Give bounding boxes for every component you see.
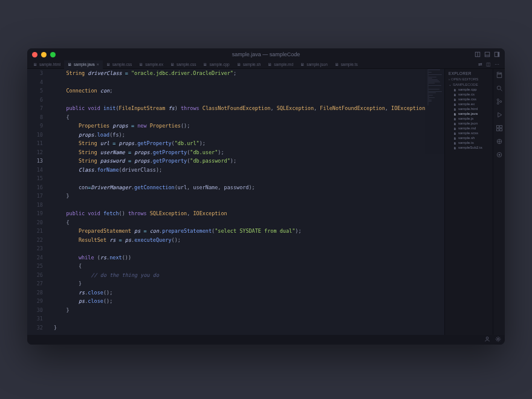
code-line[interactable]: ps.close(); xyxy=(54,297,444,306)
settings-icon[interactable] xyxy=(495,336,501,343)
line-number: 23 xyxy=(27,244,43,253)
explorer-section-folder[interactable]: ⌄ SAMPLECODE xyxy=(445,82,493,87)
line-number: 10 xyxy=(27,131,43,140)
account-icon[interactable] xyxy=(484,336,490,343)
tab-sample-java[interactable]: 🗎sample.java× xyxy=(64,60,103,69)
file-item[interactable]: 🗎sample.sh xyxy=(445,135,493,140)
file-label: sample.html xyxy=(458,107,478,111)
file-label: sample.sh xyxy=(458,136,475,140)
remote-icon[interactable] xyxy=(496,138,503,145)
code-line[interactable]: public void init(FileInputStream fs) thr… xyxy=(54,104,444,113)
file-label: sample.css xyxy=(458,97,476,101)
window-controls xyxy=(32,52,56,57)
tab-label: sample.json xyxy=(307,62,328,66)
search-icon[interactable] xyxy=(496,85,503,92)
explorer-section-open-editors[interactable]: › OPEN EDITORS xyxy=(445,77,493,82)
code-line[interactable]: } xyxy=(54,306,444,315)
code-line[interactable]: rs.close(); xyxy=(54,288,444,297)
file-item[interactable]: 🗎sample.ts xyxy=(445,140,493,145)
code-line[interactable]: // do the thing you do xyxy=(54,271,444,280)
line-number: 14 xyxy=(27,166,43,175)
panel-icon[interactable] xyxy=(484,51,490,57)
tab-bar: 🗎sample.html🗎sample.java×🗎sample.css🗎sam… xyxy=(27,60,505,69)
file-item[interactable]: 🗎sample.java xyxy=(445,111,493,116)
code-line[interactable]: String url = props.getProperty("db.url")… xyxy=(54,139,444,148)
file-item[interactable]: 🗎sample.html xyxy=(445,106,493,111)
tab-sample-html[interactable]: 🗎sample.html xyxy=(30,60,64,69)
file-item[interactable]: 🗎sample.js xyxy=(445,116,493,121)
file-label: sample.java xyxy=(458,112,478,115)
minimap[interactable] xyxy=(425,69,444,335)
file-item[interactable]: 🗎sample.ex xyxy=(445,102,493,106)
more-icon[interactable]: ⋯ xyxy=(494,62,500,68)
svg-rect-14 xyxy=(499,129,502,131)
line-number: 18 xyxy=(27,201,43,210)
file-item[interactable]: 🗎sample.cpp xyxy=(445,87,493,92)
line-number: 29 xyxy=(27,297,43,306)
tab-sample-cpp[interactable]: 🗎sample.cpp xyxy=(199,60,233,69)
extensions-icon[interactable] xyxy=(496,125,503,132)
code-line[interactable]: Class.forName(driverClass); xyxy=(54,166,444,175)
code-line[interactable]: } xyxy=(54,192,444,201)
tab-sample-md[interactable]: 🗎sample.md xyxy=(264,60,297,69)
tab-label: sample.ex xyxy=(145,62,163,66)
source-control-icon[interactable] xyxy=(496,98,503,105)
code-line[interactable]: { xyxy=(54,262,444,271)
code-line[interactable] xyxy=(54,201,444,210)
code-line[interactable] xyxy=(54,96,444,105)
code-line[interactable]: public void fetch() throws SQLException,… xyxy=(54,209,444,218)
code-line[interactable]: props.load(fs); xyxy=(54,131,444,140)
tab-sample-css[interactable]: 🗎sample.css xyxy=(167,60,200,69)
code-line[interactable]: PreparedStatement ps = con.prepareStatem… xyxy=(54,227,444,236)
code-line[interactable]: ResultSet rs = ps.executeQuery(); xyxy=(54,236,444,245)
file-item[interactable]: 🗎sample.scss xyxy=(445,131,493,135)
code-area[interactable]: String driverClass = "oracle.jdbc.driver… xyxy=(49,69,444,335)
code-line[interactable] xyxy=(54,78,444,87)
line-gutter: 3456789101112131415161718192021222324252… xyxy=(27,69,49,335)
split-icon[interactable]: ◫ xyxy=(485,62,491,68)
tab-sample-ts[interactable]: 🗎sample.ts xyxy=(331,60,362,69)
file-item[interactable]: 🗎sample.css xyxy=(445,97,493,102)
code-line[interactable]: Connection con; xyxy=(54,86,444,96)
file-item[interactable]: 🗎sample.md xyxy=(445,126,493,131)
code-line[interactable]: String driverClass = "oracle.jdbc.driver… xyxy=(54,69,444,78)
file-icon: 🗎 xyxy=(453,93,456,96)
compare-icon[interactable]: ⇄ xyxy=(477,62,483,68)
code-line[interactable]: } xyxy=(54,279,444,288)
tab-sample-json[interactable]: 🗎sample.json xyxy=(297,60,331,69)
code-line[interactable]: { xyxy=(54,113,444,122)
minimize-icon[interactable] xyxy=(41,52,47,57)
maximize-icon[interactable] xyxy=(50,52,56,57)
tab-label: sample.ts xyxy=(341,62,358,66)
debug-icon[interactable] xyxy=(496,111,503,118)
code-line[interactable]: String userName = props.getProperty("db.… xyxy=(54,148,444,157)
theme-icon[interactable] xyxy=(496,151,503,158)
tab-sample-css[interactable]: 🗎sample.css xyxy=(103,60,136,69)
file-icon: 🗎 xyxy=(453,141,456,144)
file-item[interactable]: 🗎sample.json xyxy=(445,121,493,126)
layout-icon[interactable] xyxy=(475,51,481,57)
code-line[interactable] xyxy=(54,244,444,253)
file-item[interactable]: 🗎sampleSub2.ts xyxy=(445,145,493,150)
tab-sample-sh[interactable]: 🗎sample.sh xyxy=(233,60,265,69)
close-icon[interactable] xyxy=(32,52,37,57)
code-line[interactable] xyxy=(54,314,444,323)
code-line[interactable]: { xyxy=(54,218,444,227)
tab-sample-ex[interactable]: 🗎sample.ex xyxy=(135,60,167,69)
tabbar-actions: ⇄ ◫ ⋯ xyxy=(477,62,502,68)
code-line[interactable]: while (rs.next()) xyxy=(54,253,444,262)
code-line[interactable]: } xyxy=(54,323,444,332)
sidebar-icon[interactable] xyxy=(494,51,500,57)
file-icon: 🗎 xyxy=(139,62,143,66)
code-line[interactable] xyxy=(54,174,444,183)
editor[interactable]: 3456789101112131415161718192021222324252… xyxy=(27,69,444,335)
close-icon[interactable]: × xyxy=(97,62,99,66)
explorer-icon[interactable] xyxy=(496,71,503,79)
line-number: 4 xyxy=(27,78,43,87)
file-item[interactable]: 🗎sample.cs xyxy=(445,92,493,97)
svg-point-17 xyxy=(498,154,500,156)
code-line[interactable]: Properties props = new Properties(); xyxy=(54,122,444,131)
code-line[interactable]: String password = props.getProperty("db.… xyxy=(54,157,444,166)
file-icon: 🗎 xyxy=(453,103,456,106)
code-line[interactable]: con=DriverManager.getConnection(url, use… xyxy=(54,183,444,192)
